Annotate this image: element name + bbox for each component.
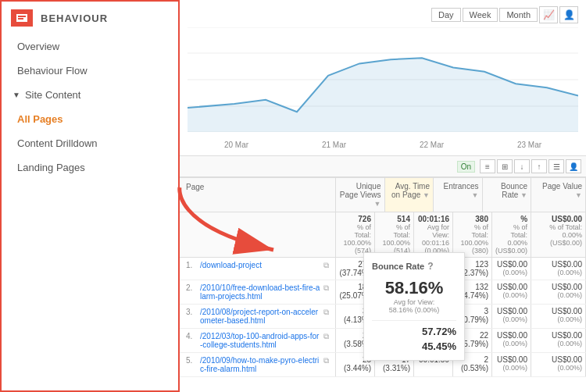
row-num: 2. [186, 283, 197, 292]
row-num: 4. [186, 332, 197, 340]
table-icon-2[interactable]: ⊞ [497, 159, 513, 173]
sidebar-item-overview[interactable]: Overview [2, 34, 178, 59]
page-external-icon[interactable]: ⧉ [323, 261, 329, 270]
sort-icon-entrances: ▼ [472, 191, 479, 199]
day-button[interactable]: Day [431, 8, 461, 22]
sidebar-item-all-pages[interactable]: All Pages [2, 107, 178, 131]
th-bounce-rate[interactable]: Bounce Rate ▼ [483, 178, 532, 212]
table-toolbar: On ≡ ⊞ ↓ ↑ ☰ 👤 [180, 156, 586, 177]
page-link[interactable]: /2012/03/top-100-android-apps-for-colleg… [200, 332, 320, 349]
summary-page-cell [180, 212, 336, 257]
bounce-main-pct: 58.16% [372, 278, 456, 298]
table-icon-4[interactable]: ↑ [531, 159, 547, 173]
th-avg-time[interactable]: Avg. Time on Page ▼ [385, 178, 434, 212]
bounce-rate-popup: Bounce Rate ? 58.16% Avg for View: 58.16… [363, 252, 465, 361]
chart-svg [188, 27, 578, 132]
chart-dates: 20 Mar 21 Mar 22 Mar 23 Mar [188, 141, 578, 149]
sidebar-header: BEHAVIOUR [2, 2, 178, 34]
main-container: BEHAVIOUR Overview Behaviour Flow ▼ Site… [0, 0, 586, 392]
cell-pagevalue-2: US$0.00 (0.00%) [531, 305, 586, 328]
page-cell-3: 4. /2012/03/top-100-android-apps-for-col… [180, 329, 336, 352]
bar-chart-icon[interactable]: 👤 [559, 6, 578, 23]
row-num: 1. [186, 261, 197, 269]
chart-date-2: 21 Mar [322, 141, 346, 149]
th-entrances[interactable]: Entrances ▼ [434, 178, 483, 212]
row-num: 5. [186, 356, 197, 365]
sidebar-title: BEHAVIOUR [41, 12, 108, 24]
cell-pagevalue-3: US$0.00 (0.00%) [531, 329, 586, 352]
sort-icon-views: ▼ [374, 200, 381, 208]
svg-rect-3 [18, 18, 23, 20]
table-icon-3[interactable]: ↓ [514, 159, 530, 173]
sidebar-item-behaviour-flow[interactable]: Behaviour Flow [2, 59, 178, 83]
on-badge: On [457, 161, 475, 173]
sidebar-section-site-content[interactable]: ▼ Site Content [2, 83, 178, 107]
sidebar-item-content-drilldown[interactable]: Content Drilldown [2, 131, 178, 155]
cell-pagevalue-1: US$0.00 (0.00%) [531, 280, 586, 304]
section-arrow-icon: ▼ [13, 91, 20, 99]
chart-controls: Day Week Month 📈 👤 [431, 6, 578, 23]
bounce-val-1: 57.72% [372, 326, 456, 337]
sidebar-item-landing-pages[interactable]: Landing Pages [2, 155, 178, 180]
page-external-icon[interactable]: ⧉ [323, 332, 329, 341]
sort-icon-time: ▼ [423, 191, 430, 199]
behaviour-icon [11, 9, 33, 27]
table-icon-6[interactable]: 👤 [566, 159, 581, 173]
bounce-avg-label: Avg for View: 58.16% (0.00%) [372, 298, 456, 314]
page-cell-1: 2. /2010/10/free-download-best-fire-alar… [180, 280, 336, 304]
summary-entrances: 380 % of Total: 100.00% (380) [453, 212, 492, 257]
page-link[interactable]: /2010/09/how-to-make-pyro-electric-fire-… [200, 356, 320, 373]
month-button[interactable]: Month [499, 8, 538, 22]
chart-date-3: 22 Mar [420, 141, 444, 149]
summary-pagevalue: US$0.00 % of Total: 0.00% (US$0.00) [531, 212, 586, 257]
svg-rect-2 [18, 16, 26, 17]
table-icon-1[interactable]: ≡ [480, 159, 495, 173]
row-num: 3. [186, 308, 197, 316]
sidebar: BEHAVIOUR Overview Behaviour Flow ▼ Site… [0, 0, 180, 392]
page-link[interactable]: /2010/08/project-report-on-accelerometer… [200, 308, 320, 325]
page-link[interactable]: /2010/10/free-download-best-fire-alarm-p… [200, 283, 320, 301]
page-cell-2: 3. /2010/08/project-report-on-accelerome… [180, 305, 336, 328]
chart-date-1: 20 Mar [224, 141, 248, 149]
cell-pagevalue-0: US$0.00 (0.00%) [531, 258, 586, 280]
svg-marker-9 [188, 58, 578, 132]
th-page: Page [180, 178, 336, 212]
page-cell-4: 5. /2010/09/how-to-make-pyro-electric-fi… [180, 353, 336, 376]
table-header: Page Unique Page Views ▼ Avg. Time on Pa… [180, 177, 586, 212]
th-page-value[interactable]: Page Value ▼ [531, 178, 586, 212]
cell-bounce-2: US$0.00 (0.00%) [492, 305, 531, 328]
bounce-val-2: 45.45% [372, 340, 456, 352]
page-link[interactable]: /download-project [200, 261, 262, 269]
summary-row: 726 % of Total: 100.00% (574) 514 % of T… [180, 212, 586, 258]
summary-avgtime: 00:01:16 Avg for View: 00:01:16 (0.00%) [414, 212, 453, 257]
week-button[interactable]: Week [463, 8, 498, 22]
cell-bounce-4: US$0.00 (0.00%) [492, 353, 531, 376]
sort-icon-bounce: ▼ [520, 191, 527, 199]
page-external-icon[interactable]: ⧉ [323, 356, 329, 365]
bounce-divider [372, 320, 456, 321]
cell-bounce-0: US$0.00 (0.00%) [492, 258, 531, 280]
summary-unique: 514 % of Total: 100.00% (514) [375, 212, 414, 257]
cell-pagevalue-4: US$0.00 (0.00%) [531, 353, 586, 376]
summary-views: 726 % of Total: 100.00% (574) [336, 212, 375, 257]
cell-bounce-3: US$0.00 (0.00%) [492, 329, 531, 352]
summary-bounce: % % of Total: 0.00% (US$0.00) [492, 212, 531, 257]
page-external-icon[interactable]: ⧉ [323, 283, 329, 293]
table-icon-5[interactable]: ☰ [548, 159, 564, 173]
sort-icon-value: ▼ [575, 191, 582, 199]
page-external-icon[interactable]: ⧉ [323, 308, 329, 317]
bounce-popup-title: Bounce Rate ? [372, 261, 456, 272]
line-chart-icon[interactable]: 📈 [539, 6, 558, 23]
th-unique-views[interactable]: Unique Page Views ▼ [336, 178, 385, 212]
chart-date-4: 23 Mar [517, 141, 541, 149]
cell-bounce-1: US$0.00 (0.00%) [492, 280, 531, 304]
page-cell-0: 1. /download-project ⧉ [180, 258, 336, 280]
chart-area: Day Week Month 📈 👤 [180, 0, 586, 156]
bounce-help-icon[interactable]: ? [427, 261, 433, 272]
